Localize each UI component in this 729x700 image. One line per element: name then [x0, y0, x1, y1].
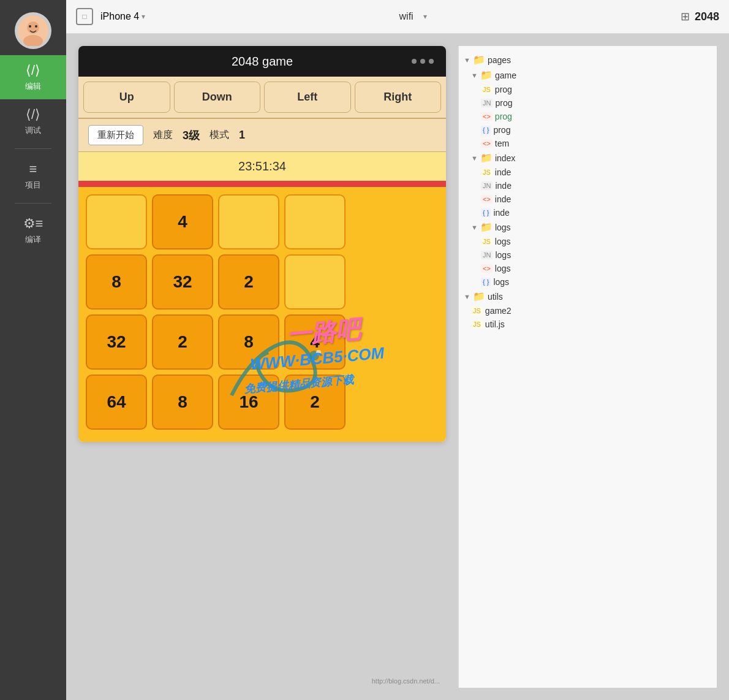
js-icon-4: JS: [471, 306, 483, 315]
sidebar-item-debug[interactable]: ⟨/⟩ 调试: [0, 99, 66, 143]
tree-file-inde-html[interactable]: <> inde: [459, 192, 717, 206]
folder-icon-logs: 📁: [480, 221, 493, 233]
json-icon-1: JN: [481, 99, 493, 107]
tree-file-game2[interactable]: JS game2: [459, 304, 717, 318]
cell-2-3: 4: [284, 314, 346, 370]
cell-0-2: [218, 194, 279, 249]
tree-arrow-pages: ▼: [464, 56, 470, 64]
html-icon-1: <>: [481, 112, 493, 121]
difficulty-label: 难度: [153, 129, 173, 142]
sidebar-divider-2: [15, 203, 51, 204]
tree-file-logs-css[interactable]: { } logs: [459, 275, 717, 289]
footer-url: http://blog.csdn.net/d...: [372, 677, 440, 685]
sidebar-item-translate[interactable]: ⚙≡ 编译: [0, 208, 66, 253]
sidebar: ⟨/⟩ 编辑 ⟨/⟩ 调试 ≡ 项目 ⚙≡ 编译: [0, 0, 66, 700]
content-area: 2048 game Up Down Left Right 重新开始: [66, 34, 729, 700]
mode-label: 模式: [210, 129, 229, 142]
file-tree: ▼ 📁 pages ▼ 📁 game JS prog JN prog <> pr…: [458, 46, 717, 688]
tree-label-tem: tem: [495, 139, 509, 148]
tree-folder-logs[interactable]: ▼ 📁 logs: [459, 219, 717, 235]
tree-file-inde-js[interactable]: JS inde: [459, 165, 717, 179]
sidebar-debug-label: 调试: [25, 125, 41, 136]
controls-bar: 重新开始 难度 3级 模式 1: [78, 119, 446, 152]
html-icon-2: <>: [481, 195, 493, 204]
grid-row-1: 8 32 2: [86, 254, 439, 310]
toolbar: □ iPhone 4 wifi ⊞ 2048: [66, 0, 729, 34]
js-icon-5: JS: [471, 320, 483, 329]
tree-file-utiljs[interactable]: JS util.js: [459, 318, 717, 331]
tree-file-inde-json[interactable]: JN inde: [459, 179, 717, 192]
tree-file-logs-json[interactable]: JN logs: [459, 248, 717, 262]
tree-label-inde-js: inde: [495, 167, 511, 177]
sidebar-item-project[interactable]: ≡ 项目: [0, 154, 66, 198]
tree-folder-pages[interactable]: ▼ 📁 pages: [459, 52, 717, 67]
cell-3-1: 8: [152, 375, 213, 430]
device-icon: □: [76, 8, 93, 25]
tree-file-prog-json[interactable]: JN prog: [459, 96, 717, 110]
sidebar-translate-label: 编译: [25, 234, 41, 245]
grid-row-3: 64 8 16 2: [86, 375, 439, 430]
json-icon-2: JN: [481, 181, 493, 190]
tree-folder-utils[interactable]: ▼ 📁 utils: [459, 289, 717, 304]
folder-icon-game: 📁: [480, 69, 493, 81]
grid-row-0: 4: [86, 194, 439, 249]
down-button[interactable]: Down: [174, 82, 261, 113]
tree-label-prog-json: prog: [495, 98, 512, 108]
tree-file-logs-js[interactable]: JS logs: [459, 235, 717, 248]
timer-display: 23:51:34: [238, 159, 286, 173]
tree-folder-game[interactable]: ▼ 📁 game: [459, 67, 717, 83]
tree-label-game2: game2: [485, 306, 512, 316]
game-grid: 4 8 32 2 32 2 8 4: [78, 187, 446, 442]
tree-file-inde-css[interactable]: { } inde: [459, 206, 717, 219]
restart-button[interactable]: 重新开始: [88, 125, 143, 145]
tree-file-logs-html[interactable]: <> logs: [459, 262, 717, 275]
cell-1-0: 8: [86, 254, 147, 310]
direction-buttons: Up Down Left Right: [78, 77, 446, 119]
sidebar-editor-label: 编辑: [25, 81, 41, 92]
tree-folder-index[interactable]: ▼ 📁 index: [459, 150, 717, 165]
sidebar-project-label: 项目: [25, 180, 41, 191]
css-icon-1: { }: [481, 126, 491, 134]
mode-value: 1: [239, 129, 245, 142]
right-button[interactable]: Right: [355, 82, 442, 113]
device-name: iPhone 4: [100, 11, 139, 22]
tree-label-prog-css: prog: [493, 125, 510, 135]
css-icon-2: { }: [481, 208, 491, 217]
sidebar-divider-1: [15, 148, 51, 149]
phone-mockup: 2048 game Up Down Left Right 重新开始: [78, 46, 446, 442]
wifi-dropdown[interactable]: [421, 12, 427, 21]
phone-mockup-wrapper: 2048 game Up Down Left Right 重新开始: [78, 46, 446, 688]
css-icon-3: { }: [481, 278, 491, 286]
difficulty-value: 3级: [183, 128, 200, 143]
cell-0-1: 4: [152, 194, 213, 249]
tree-file-prog-js[interactable]: JS prog: [459, 83, 717, 96]
up-button[interactable]: Up: [83, 82, 170, 113]
translate-icon: ⚙≡: [23, 216, 43, 232]
tree-label-inde-json: inde: [495, 181, 511, 191]
json-icon-3: JN: [481, 251, 493, 259]
tree-file-prog-html[interactable]: <> prog: [459, 110, 717, 123]
js-icon-3: JS: [481, 237, 493, 246]
html-icon-3: <>: [481, 264, 493, 273]
tree-label-logs-html: logs: [495, 264, 511, 273]
js-icon-1: JS: [481, 85, 493, 94]
device-selector[interactable]: iPhone 4: [100, 11, 145, 22]
tree-label-inde-html: inde: [495, 194, 511, 204]
cell-3-3: 2: [284, 375, 346, 430]
tree-label-pages: pages: [488, 55, 511, 65]
grid-row-2: 32 2 8 4: [86, 314, 439, 370]
left-button[interactable]: Left: [264, 82, 351, 113]
tree-file-tem[interactable]: <> tem: [459, 137, 717, 150]
avatar: [15, 12, 51, 49]
tree-label-prog-js: prog: [495, 85, 512, 94]
sidebar-item-editor[interactable]: ⟨/⟩ 编辑: [0, 55, 66, 99]
tree-label-logs-css: logs: [493, 277, 509, 287]
folder-icon-utils: 📁: [473, 291, 485, 302]
cell-0-3: [284, 194, 346, 249]
tree-file-prog-css[interactable]: { } prog: [459, 123, 717, 137]
cell-2-1: 2: [152, 314, 213, 370]
main-area: □ iPhone 4 wifi ⊞ 2048 2048 game: [66, 0, 729, 700]
dot-1: [412, 59, 417, 64]
folder-icon-index: 📁: [480, 152, 493, 164]
app-header: 2048 game: [78, 46, 446, 77]
